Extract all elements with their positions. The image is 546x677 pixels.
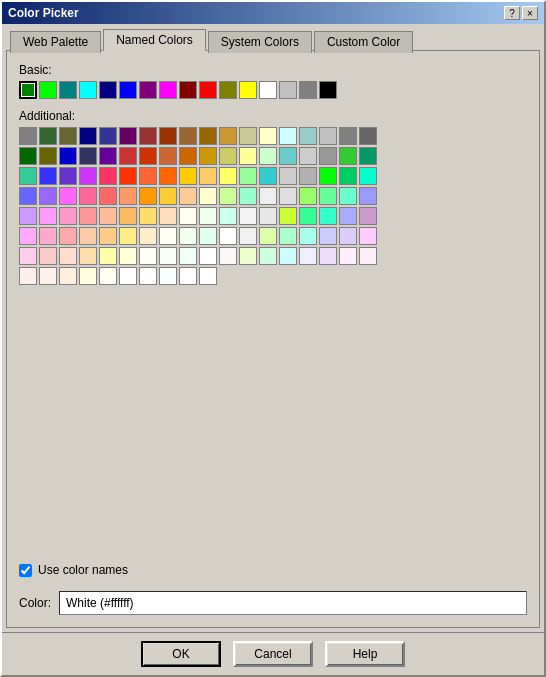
additional-color-swatch[interactable] bbox=[279, 187, 297, 205]
additional-color-swatch[interactable] bbox=[39, 147, 57, 165]
additional-color-swatch[interactable] bbox=[259, 247, 277, 265]
additional-color-swatch[interactable] bbox=[239, 227, 257, 245]
additional-color-swatch[interactable] bbox=[99, 147, 117, 165]
additional-color-swatch[interactable] bbox=[219, 127, 237, 145]
cancel-button[interactable]: Cancel bbox=[233, 641, 313, 667]
additional-color-swatch[interactable] bbox=[59, 207, 77, 225]
additional-color-swatch[interactable] bbox=[139, 207, 157, 225]
additional-color-swatch[interactable] bbox=[159, 267, 177, 285]
additional-color-swatch[interactable] bbox=[99, 227, 117, 245]
basic-color-swatch[interactable] bbox=[159, 81, 177, 99]
tab-web-palette[interactable]: Web Palette bbox=[10, 31, 101, 53]
additional-color-swatch[interactable] bbox=[39, 267, 57, 285]
additional-color-swatch[interactable] bbox=[79, 147, 97, 165]
additional-color-swatch[interactable] bbox=[179, 127, 197, 145]
additional-color-swatch[interactable] bbox=[179, 207, 197, 225]
additional-color-swatch[interactable] bbox=[119, 167, 137, 185]
additional-color-swatch[interactable] bbox=[359, 127, 377, 145]
additional-color-swatch[interactable] bbox=[59, 127, 77, 145]
additional-color-swatch[interactable] bbox=[319, 127, 337, 145]
additional-color-swatch[interactable] bbox=[359, 227, 377, 245]
additional-color-swatch[interactable] bbox=[199, 187, 217, 205]
additional-color-swatch[interactable] bbox=[139, 227, 157, 245]
additional-color-swatch[interactable] bbox=[79, 247, 97, 265]
additional-color-swatch[interactable] bbox=[359, 167, 377, 185]
additional-color-swatch[interactable] bbox=[279, 167, 297, 185]
additional-color-swatch[interactable] bbox=[19, 187, 37, 205]
basic-color-swatch[interactable] bbox=[19, 81, 37, 99]
additional-color-swatch[interactable] bbox=[259, 227, 277, 245]
additional-color-swatch[interactable] bbox=[299, 167, 317, 185]
additional-color-swatch[interactable] bbox=[339, 247, 357, 265]
additional-color-swatch[interactable] bbox=[299, 247, 317, 265]
additional-color-swatch[interactable] bbox=[19, 267, 37, 285]
additional-color-swatch[interactable] bbox=[299, 207, 317, 225]
help-dialog-button[interactable]: Help bbox=[325, 641, 405, 667]
additional-color-swatch[interactable] bbox=[239, 247, 257, 265]
additional-color-swatch[interactable] bbox=[219, 167, 237, 185]
additional-color-swatch[interactable] bbox=[239, 187, 257, 205]
additional-color-swatch[interactable] bbox=[159, 227, 177, 245]
additional-color-swatch[interactable] bbox=[99, 187, 117, 205]
additional-color-swatch[interactable] bbox=[19, 127, 37, 145]
additional-color-swatch[interactable] bbox=[119, 227, 137, 245]
additional-color-swatch[interactable] bbox=[299, 227, 317, 245]
additional-color-swatch[interactable] bbox=[359, 247, 377, 265]
additional-color-swatch[interactable] bbox=[319, 187, 337, 205]
additional-color-swatch[interactable] bbox=[339, 207, 357, 225]
basic-color-swatch[interactable] bbox=[59, 81, 77, 99]
basic-color-swatch[interactable] bbox=[299, 81, 317, 99]
additional-color-swatch[interactable] bbox=[179, 247, 197, 265]
additional-color-swatch[interactable] bbox=[139, 267, 157, 285]
basic-color-swatch[interactable] bbox=[219, 81, 237, 99]
additional-color-swatch[interactable] bbox=[119, 147, 137, 165]
additional-color-swatch[interactable] bbox=[39, 247, 57, 265]
additional-color-swatch[interactable] bbox=[179, 147, 197, 165]
additional-color-swatch[interactable] bbox=[119, 207, 137, 225]
additional-color-swatch[interactable] bbox=[299, 147, 317, 165]
basic-color-swatch[interactable] bbox=[279, 81, 297, 99]
additional-color-swatch[interactable] bbox=[79, 167, 97, 185]
additional-color-swatch[interactable] bbox=[139, 147, 157, 165]
additional-color-swatch[interactable] bbox=[99, 127, 117, 145]
additional-color-swatch[interactable] bbox=[339, 167, 357, 185]
additional-color-swatch[interactable] bbox=[319, 247, 337, 265]
additional-color-swatch[interactable] bbox=[99, 247, 117, 265]
tab-named-colors[interactable]: Named Colors bbox=[103, 29, 206, 51]
additional-color-swatch[interactable] bbox=[199, 267, 217, 285]
additional-color-swatch[interactable] bbox=[259, 147, 277, 165]
additional-color-swatch[interactable] bbox=[219, 147, 237, 165]
additional-color-swatch[interactable] bbox=[279, 147, 297, 165]
additional-color-swatch[interactable] bbox=[299, 127, 317, 145]
additional-color-swatch[interactable] bbox=[319, 167, 337, 185]
basic-color-swatch[interactable] bbox=[259, 81, 277, 99]
additional-color-swatch[interactable] bbox=[319, 227, 337, 245]
additional-color-swatch[interactable] bbox=[139, 247, 157, 265]
additional-color-swatch[interactable] bbox=[179, 167, 197, 185]
basic-color-swatch[interactable] bbox=[179, 81, 197, 99]
additional-color-swatch[interactable] bbox=[199, 127, 217, 145]
additional-color-swatch[interactable] bbox=[79, 227, 97, 245]
additional-color-swatch[interactable] bbox=[199, 167, 217, 185]
additional-color-swatch[interactable] bbox=[239, 127, 257, 145]
additional-color-swatch[interactable] bbox=[339, 127, 357, 145]
additional-color-swatch[interactable] bbox=[159, 127, 177, 145]
additional-color-swatch[interactable] bbox=[279, 127, 297, 145]
additional-color-swatch[interactable] bbox=[59, 147, 77, 165]
additional-color-swatch[interactable] bbox=[59, 187, 77, 205]
color-input[interactable] bbox=[59, 591, 527, 615]
additional-color-swatch[interactable] bbox=[299, 187, 317, 205]
additional-color-swatch[interactable] bbox=[119, 127, 137, 145]
additional-color-swatch[interactable] bbox=[59, 227, 77, 245]
tab-custom-color[interactable]: Custom Color bbox=[314, 31, 413, 53]
basic-color-swatch[interactable] bbox=[79, 81, 97, 99]
basic-color-swatch[interactable] bbox=[319, 81, 337, 99]
additional-color-swatch[interactable] bbox=[139, 167, 157, 185]
additional-color-swatch[interactable] bbox=[219, 207, 237, 225]
additional-color-swatch[interactable] bbox=[119, 247, 137, 265]
tab-system-colors[interactable]: System Colors bbox=[208, 31, 312, 53]
additional-color-swatch[interactable] bbox=[259, 127, 277, 145]
close-button[interactable]: × bbox=[522, 6, 538, 20]
additional-color-swatch[interactable] bbox=[179, 227, 197, 245]
additional-color-swatch[interactable] bbox=[359, 187, 377, 205]
